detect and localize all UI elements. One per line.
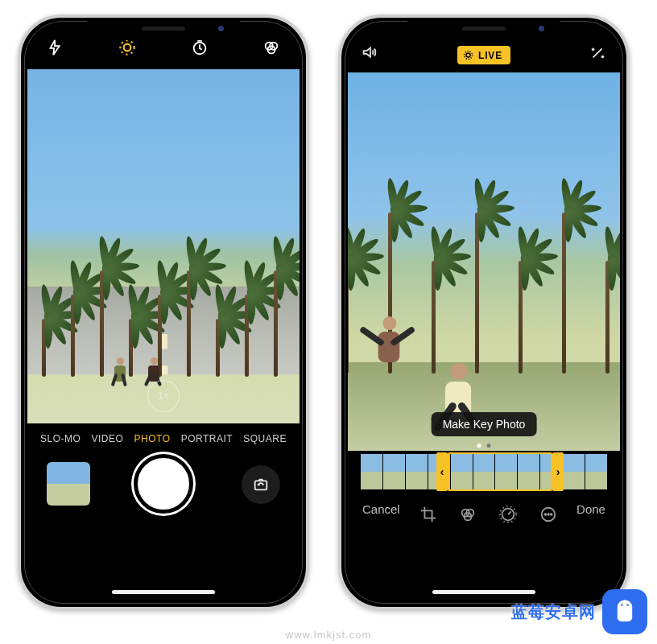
mode-photo[interactable]: PHOTO — [134, 433, 171, 444]
live-badge-label: LIVE — [478, 50, 502, 61]
scrubber-handle-right[interactable]: › — [552, 452, 564, 491]
filters-icon[interactable] — [456, 502, 480, 526]
camera-bottom-bar — [27, 449, 300, 538]
scrubber-selection[interactable] — [448, 452, 552, 491]
live-badge[interactable]: LIVE — [457, 46, 510, 64]
mode-slomo[interactable]: SLO-MO — [40, 433, 81, 444]
camera-mode-row[interactable]: SLO-MO VIDEO PHOTO PORTRAIT SQUARE — [27, 423, 300, 449]
edit-preview[interactable]: document.write(Array.from({length:7}).ma… — [348, 72, 620, 451]
screen-camera: document.write(Array.from({length:9}).ma… — [27, 24, 300, 601]
sound-icon[interactable] — [361, 43, 378, 64]
magic-wand-icon[interactable] — [589, 43, 607, 64]
mode-portrait[interactable]: PORTRAIT — [181, 433, 233, 444]
screen-edit: LIVE document.write(Array.from({length:7… — [348, 24, 620, 601]
iphone-frame-camera: document.write(Array.from({length:9}).ma… — [18, 14, 309, 610]
last-photo-thumbnail[interactable] — [47, 462, 90, 506]
svg-point-18 — [621, 604, 623, 606]
frame-scrubber[interactable]: document.write(Array.from({length:11}).m… — [348, 451, 620, 493]
svg-point-19 — [626, 604, 629, 606]
watermark-brand-text: 蓝莓安卓网 — [511, 601, 596, 623]
viewfinder[interactable]: document.write(Array.from({length:9}).ma… — [27, 69, 300, 423]
page-dots — [477, 444, 491, 448]
filters-icon[interactable] — [258, 34, 285, 61]
notch — [407, 18, 560, 40]
zoom-toggle[interactable]: 1× — [147, 380, 180, 412]
mode-square[interactable]: SQUARE — [243, 433, 287, 444]
svg-point-15 — [545, 514, 547, 515]
svg-point-17 — [551, 514, 552, 515]
svg-rect-6 — [255, 481, 267, 489]
svg-point-7 — [466, 53, 470, 57]
crop-icon[interactable] — [416, 502, 440, 526]
mode-video[interactable]: VIDEO — [92, 433, 124, 444]
svg-point-8 — [465, 52, 473, 60]
more-icon[interactable] — [536, 502, 560, 526]
iphone-frame-edit: LIVE document.write(Array.from({length:7… — [338, 14, 630, 610]
camera-flip-icon[interactable] — [242, 465, 280, 504]
home-indicator[interactable] — [112, 590, 215, 594]
svg-point-1 — [121, 40, 134, 54]
watermark: 蓝莓安卓网 — [511, 589, 647, 634]
flash-icon[interactable] — [42, 34, 69, 61]
shutter-button[interactable] — [134, 454, 193, 514]
make-key-photo-button[interactable]: Make Key Photo — [432, 412, 537, 436]
svg-point-16 — [548, 514, 549, 515]
scrubber-handle-left[interactable]: ‹ — [436, 452, 448, 491]
edit-bottom-toolbar: Cancel Done — [348, 493, 620, 557]
done-button[interactable]: Done — [576, 502, 605, 516]
svg-point-0 — [124, 44, 131, 52]
watermark-logo — [602, 589, 647, 634]
cancel-button[interactable]: Cancel — [362, 502, 400, 516]
watermark-url: www.lmkjst.com — [286, 629, 371, 641]
adjust-dial-icon[interactable] — [496, 502, 520, 526]
notch — [87, 18, 240, 40]
